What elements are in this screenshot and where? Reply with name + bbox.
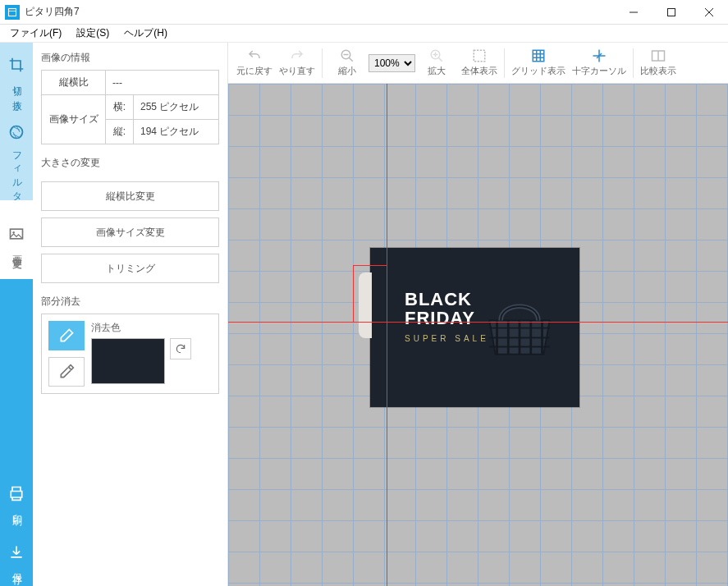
zoom-out-button[interactable]: 縮小 (326, 43, 369, 83)
window-title: ピタリ四角7 (25, 5, 80, 19)
minimize-button[interactable] (615, 0, 652, 25)
undo-button[interactable]: 元に戻す (233, 43, 276, 83)
aspect-ratio-label: 縦横比 (42, 71, 106, 95)
zoom-in-button[interactable]: 拡大 (415, 43, 458, 83)
menu-bar: ファイル(F) 設定(S) ヘルプ(H) (0, 25, 728, 43)
close-button[interactable] (690, 0, 728, 25)
svg-point-2 (11, 126, 23, 139)
eraser-tool-button[interactable] (48, 321, 85, 350)
trimming-button[interactable]: トリミング (41, 254, 219, 283)
rail-save[interactable]: 保存 (0, 527, 33, 586)
change-aspect-button[interactable]: 縦横比変更 (41, 181, 219, 211)
svg-rect-1 (668, 8, 675, 16)
image-icon (8, 226, 25, 242)
basket-icon (474, 279, 565, 369)
image-info-table: 縦横比 --- 画像サイズ 横: 255 ピクセル 縦: 194 ピクセル (41, 70, 219, 144)
side-panel: 画像の情報 縦横比 --- 画像サイズ 横: 255 ピクセル 縦: 194 ピ… (33, 43, 228, 586)
reset-color-button[interactable] (170, 338, 191, 359)
aperture-icon (8, 124, 25, 140)
svg-rect-0 (9, 8, 16, 16)
image-size-label: 画像サイズ (42, 95, 106, 144)
erase-title: 部分消去 (41, 295, 219, 309)
canvas-viewport[interactable]: BLACK FRIDAY SUPER SALE (228, 84, 728, 586)
crop-icon (8, 57, 25, 73)
menu-file[interactable]: ファイル(F) (3, 25, 68, 42)
fit-view-button[interactable]: 全体表示 (458, 43, 501, 83)
eyedropper-tool-button[interactable] (48, 357, 85, 387)
width-label: 横: (106, 95, 134, 120)
rail-image-change[interactable]: 画像変更 (0, 200, 33, 279)
menu-settings[interactable]: 設定(S) (70, 25, 116, 42)
aspect-ratio-value: --- (106, 71, 219, 95)
menu-help[interactable]: ヘルプ(H) (117, 25, 174, 42)
maximize-button[interactable] (652, 0, 690, 25)
height-value: 194 ピクセル (134, 120, 219, 144)
crosshair-vertical (387, 84, 387, 586)
selection-rectangle[interactable] (353, 265, 387, 323)
resize-title: 大きさの変更 (41, 156, 219, 170)
crosshair-horizontal (228, 322, 728, 323)
svg-rect-7 (474, 50, 485, 62)
download-icon (8, 544, 25, 561)
width-value: 255 ピクセル (134, 95, 219, 120)
grid-icon (530, 48, 547, 63)
change-size-button[interactable]: 画像サイズ変更 (41, 217, 219, 247)
redo-icon (288, 48, 306, 63)
canvas-toolbar: 元に戻す やり直す 縮小 100% 拡大 全体表示 (228, 43, 728, 84)
printer-icon (8, 485, 25, 501)
height-label: 縦: (106, 120, 134, 144)
fit-icon (471, 48, 488, 63)
erase-color-swatch[interactable] (91, 338, 165, 384)
undo-icon (245, 48, 263, 63)
work-area: 元に戻す やり直す 縮小 100% 拡大 全体表示 (228, 43, 728, 586)
zoom-select[interactable]: 100% (369, 54, 415, 72)
compare-button[interactable]: 比較表示 (637, 43, 680, 83)
left-rail: 切り抜き フィルタ 画像変更 印刷 保存 (0, 43, 33, 586)
zoom-in-icon (428, 48, 445, 63)
crosshair-toggle-button[interactable]: 十字カーソル (569, 43, 630, 83)
rail-crop[interactable]: 切り抜き (0, 43, 33, 121)
rail-print[interactable]: 印刷 (0, 468, 33, 527)
eyedropper-icon (58, 364, 75, 380)
app-icon (5, 5, 20, 20)
partial-erase-box: 消去色 (41, 314, 219, 394)
redo-button[interactable]: やり直す (276, 43, 318, 83)
title-bar: ピタリ四角7 (0, 0, 728, 25)
grid-toggle-button[interactable]: グリッド表示 (508, 43, 569, 83)
refresh-icon (175, 343, 186, 355)
eraser-icon (58, 327, 75, 344)
crosshair-icon (591, 48, 607, 63)
image-info-title: 画像の情報 (41, 51, 219, 65)
compare-icon (649, 48, 667, 63)
zoom-out-icon (339, 48, 355, 63)
loaded-image[interactable]: BLACK FRIDAY SUPER SALE (370, 248, 579, 407)
rail-filter[interactable]: フィルタ (0, 121, 33, 200)
erase-color-label: 消去色 (91, 321, 212, 335)
